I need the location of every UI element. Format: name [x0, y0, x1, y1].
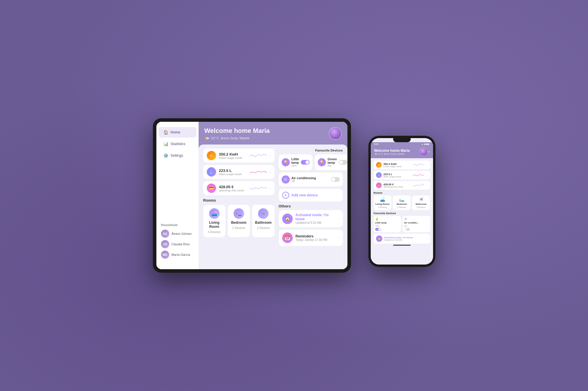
content-body: ⚡ 350.2 KwH Power usage month: [199, 145, 347, 269]
phone-bathroom-devices: 2 Devices: [416, 206, 425, 208]
phone-fav-lamp[interactable]: 💡 Little lamp 76%: [374, 216, 401, 232]
phone-activated-mode[interactable]: 🏠 Activated mode: I'm home Updated at 8:…: [374, 234, 430, 244]
power-value: 350.2 KwH: [219, 152, 247, 156]
phone-living-room-devices: 4 Devices: [378, 206, 387, 208]
phone-location: 21°C Arturo Soria, Madrid: [378, 153, 405, 155]
phone-power-label: Power usage month: [384, 165, 402, 168]
green-lamp-toggle[interactable]: [339, 160, 347, 165]
phone-fav-ac-name: Air conditio...: [404, 221, 429, 224]
lamp-toggle[interactable]: [301, 160, 310, 165]
phone-fav-lamp-icon: 💡: [375, 217, 400, 221]
phone-spend-icon: 💳: [376, 182, 382, 188]
phone-fav-ac[interactable]: ❄️ Air conditio... Off: [402, 216, 430, 232]
phone-spend-card[interactable]: 💳 428.05 € Spendings this month ›: [374, 181, 430, 190]
power-usage-info: 350.2 KwH Power usage month: [219, 152, 247, 159]
reminder-icon: 📅: [282, 233, 293, 243]
household-title: Household: [161, 223, 194, 227]
phone-fav-lamp-name: Little lamp: [375, 221, 400, 224]
phone-room-bedroom[interactable]: 🛏️ Bedroom 2 Devices: [393, 196, 411, 210]
phone-fav-lamp-pct: 76%: [375, 225, 400, 227]
water-label: Water usage month: [219, 173, 247, 176]
member-name-maria: María García: [172, 253, 190, 256]
room-living-room[interactable]: 🛋️ Living Room 4 Devices: [203, 205, 225, 237]
phone-water-label: Water usage month: [384, 176, 401, 178]
power-label: Power usage month: [219, 156, 247, 159]
main-header: Welcome home Maria 🌤️ 21º C Arturo Soria…: [199, 122, 347, 145]
fav-device-green-lamp[interactable]: 💡 Green lamp 0%: [315, 154, 347, 170]
power-usage-card[interactable]: ⚡ 350.2 KwH Power usage month: [203, 149, 275, 163]
phone-home-mode-name: Activated mode: I'm home: [384, 236, 413, 239]
phone-water-card[interactable]: 💧 223.5 L Water usage month ›: [374, 171, 430, 179]
member-maria: MG María García: [161, 251, 194, 259]
sidebar-item-home[interactable]: 🏠 Home: [159, 127, 196, 138]
member-name-alvaro: Álvaro Gómez: [172, 232, 192, 235]
phone-screen: 9:41 ▲ ◆ ▮▮▮ Welcome home Maria 🌤️ 21°C …: [371, 138, 433, 265]
add-device-card[interactable]: + Add new device: [279, 189, 343, 202]
fav-devices-row-1: 💡 Little lamp 76% 💡 Green lamp: [279, 154, 343, 170]
phone-water-icon: 💧: [376, 172, 382, 178]
phone-water-value: 223.5 L: [384, 173, 401, 176]
phone-power-card[interactable]: ⚡ 350.2 KwH Power usage month ›: [374, 161, 430, 169]
water-usage-card[interactable]: 💧 223.5 L Water usage month: [203, 165, 275, 179]
household-section: Household ÁG Álvaro Gómez CR Claudia Río…: [156, 220, 199, 265]
phone-home-mode-info: Activated mode: I'm home Updated at 8:32…: [384, 236, 413, 241]
phone-bathroom-name: Bathroom: [416, 203, 427, 205]
tablet-screen: 🏠 Home 📊 Stadistics ⚙️ Settings Househol…: [156, 122, 347, 269]
living-room-devices: 4 Devices: [208, 230, 221, 234]
home-mode-info: Activated mode: I'm home Updated at 8:32…: [296, 213, 335, 224]
member-claudia: CR Claudia Ríos: [161, 240, 194, 248]
scene: 🏠 Home 📊 Stadistics ⚙️ Settings Househol…: [153, 118, 435, 273]
phone-spend-value: 428.05 €: [384, 183, 403, 186]
phone-home-mode-sub: Updated at 8:32 AM: [384, 239, 413, 241]
phone-avatar: [419, 148, 428, 156]
spend-usage-info: 428.05 € Spendings this month: [219, 185, 247, 192]
tablet-device: 🏠 Home 📊 Stadistics ⚙️ Settings Househol…: [153, 118, 351, 273]
user-avatar[interactable]: [329, 127, 342, 140]
ac-info: Air conditioning Off: [292, 176, 329, 183]
fav-title: Favourite Devices: [279, 149, 343, 152]
phone-power-icon: ⚡: [376, 162, 382, 168]
ac-toggle[interactable]: [331, 177, 340, 182]
lamp-pct: 76%: [292, 164, 299, 167]
phone-room-bathroom[interactable]: 🚿 Bathroom 2 Devices: [412, 196, 430, 210]
lamp-icon: 💡: [282, 158, 290, 166]
chevron-right-icon: ›: [427, 174, 428, 177]
ac-status: Off: [292, 180, 329, 183]
phone-lamp-toggle[interactable]: [375, 228, 381, 231]
reminders-card[interactable]: 📅 Reminders Today: Dentist 17:30 PM ›: [279, 230, 343, 246]
spend-usage-card[interactable]: 💳 428.05 € Spendings this month: [203, 181, 275, 195]
ac-name: Air conditioning: [292, 176, 329, 180]
others-title: Others: [279, 204, 343, 208]
phone-power-chart: [413, 163, 424, 167]
phone-room-living[interactable]: 🛋️ Living Room 4 Devices: [374, 196, 391, 210]
phone-ac-toggle[interactable]: [404, 228, 410, 231]
add-device-label: Add new device: [292, 193, 318, 197]
rooms-title: Rooms: [203, 198, 275, 202]
phone-welcome: Welcome home Maria: [374, 149, 410, 153]
fav-device-little-lamp[interactable]: 💡 Little lamp 76%: [279, 154, 312, 170]
chevron-down-icon: ▾: [428, 151, 430, 153]
sidebar-item-settings[interactable]: ⚙️ Settings: [159, 150, 196, 161]
phone-bedroom-name: Bedroom: [397, 203, 407, 205]
room-bedroom[interactable]: 🛏️ Bedroom 2 Devices: [228, 205, 250, 237]
bathroom-icon: 🚿: [258, 208, 269, 219]
chevron-right-icon: ›: [270, 154, 271, 158]
phone-water-info: 223.5 L Water usage month: [384, 173, 401, 178]
spend-chart: [250, 185, 267, 191]
sidebar-item-label: Stadistics: [171, 142, 186, 146]
green-lamp-name: Green lamp: [328, 157, 337, 164]
lamp-name: Little lamp: [292, 157, 299, 164]
fav-device-ac[interactable]: ❄️ Air conditioning Off: [279, 172, 343, 186]
sidebar-item-statistics[interactable]: 📊 Stadistics: [159, 139, 196, 149]
room-bathroom[interactable]: 🚿 Bathroom 2 Devices: [252, 205, 275, 237]
water-value: 223.5 L: [219, 168, 247, 173]
member-alvaro: ÁG Álvaro Gómez: [161, 230, 194, 238]
home-mode-sub: Updated at 8:32 AM: [296, 221, 335, 224]
green-lamp-pct: 0%: [328, 164, 337, 167]
ac-icon: ❄️: [282, 175, 290, 184]
green-lamp-icon: 💡: [318, 158, 326, 166]
chevron-right-icon: ›: [270, 170, 271, 174]
home-icon: 🏠: [163, 130, 168, 135]
bedroom-devices: 2 Devices: [232, 226, 245, 230]
activated-mode-card[interactable]: 🏠 Activated mode: I'm home Updated at 8:…: [279, 210, 343, 227]
